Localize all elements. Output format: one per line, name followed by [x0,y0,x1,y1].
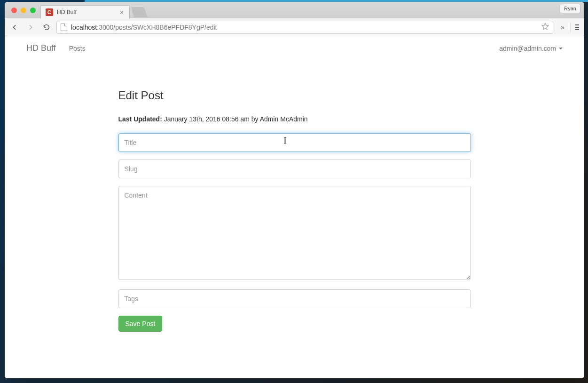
minimize-window-button[interactable] [21,8,26,13]
browser-window: C HD Buff × Ryan localhost:3000/posts/SW… [5,2,584,378]
last-updated-value: January 13th, 2016 08:56 am by Admin McA… [162,115,308,123]
browser-profile-chip[interactable]: Ryan [560,4,580,13]
tags-input[interactable] [118,289,471,308]
close-tab-button[interactable]: × [119,9,125,16]
browser-tab-bar: C HD Buff × Ryan [5,2,584,18]
forward-button[interactable] [24,21,37,33]
app-navbar: HD Buff Posts admin@admin.com [5,36,584,61]
browser-menu-button[interactable] [570,22,580,32]
user-email: admin@admin.com [499,45,556,52]
reload-button[interactable] [40,21,53,33]
maximize-window-button[interactable] [30,8,36,13]
back-button[interactable] [8,21,21,33]
slug-input[interactable] [118,160,471,178]
nav-link-posts[interactable]: Posts [63,45,92,52]
content-textarea[interactable] [118,186,471,280]
favicon-icon: C [46,8,53,16]
close-window-button[interactable] [11,8,17,13]
app-brand[interactable]: HD Buff [12,43,63,53]
main-content: Edit Post Last Updated: January 13th, 20… [118,61,471,351]
new-tab-button[interactable] [131,7,147,17]
caret-down-icon [559,48,563,49]
bookmark-star-icon[interactable] [541,23,549,32]
toolbar-right: » [557,22,580,32]
overflow-extensions-button[interactable]: » [559,24,566,31]
page-icon [61,24,67,31]
url-host: localhost [71,24,97,31]
address-bar[interactable]: localhost:3000/posts/SWcXH8B6ePFDF8YgP/e… [56,21,553,34]
window-controls [8,2,39,18]
url-path: :3000/posts/SWcXH8B6ePFDF8YgP/edit [97,24,217,31]
save-post-button[interactable]: Save Post [118,316,163,332]
last-updated-line: Last Updated: January 13th, 2016 08:56 a… [118,115,471,123]
browser-tab[interactable]: C HD Buff × [40,5,130,18]
browser-toolbar: localhost:3000/posts/SWcXH8B6ePFDF8YgP/e… [5,18,584,36]
page-title: Edit Post [118,89,471,102]
last-updated-label: Last Updated: [118,115,162,123]
tab-title: HD Buff [57,9,77,16]
title-input[interactable] [118,133,471,152]
page-viewport: HD Buff Posts admin@admin.com Edit Post … [5,36,584,378]
user-menu-dropdown[interactable]: admin@admin.com [499,45,563,52]
